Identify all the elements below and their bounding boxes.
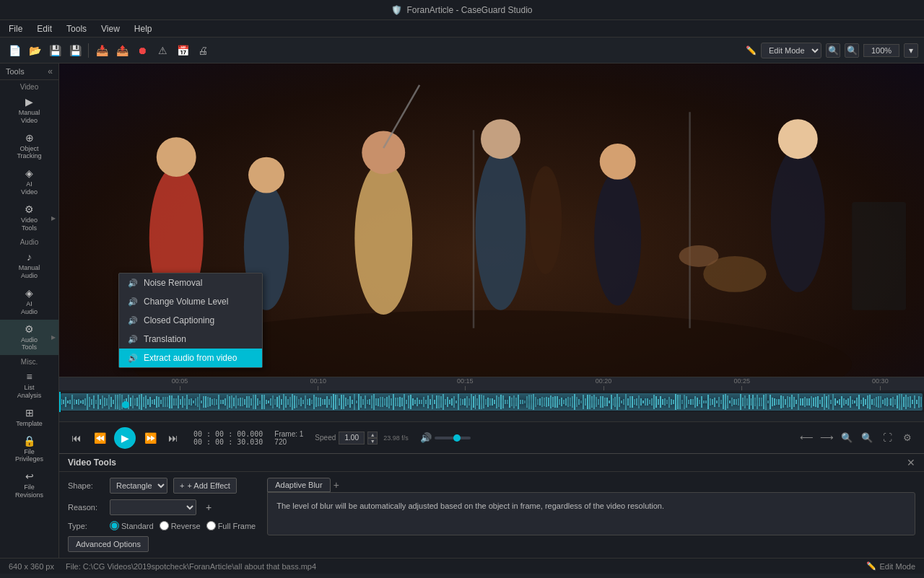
collapse-sidebar-btn[interactable]: « — [48, 66, 53, 76]
zoom-out-btn[interactable]: 🔍 — [826, 43, 840, 58]
sidebar-item-file-revisions[interactable]: ↩ FileRevisions — [0, 467, 58, 503]
advanced-options-btn[interactable]: Advanced Options — [68, 536, 149, 552]
tb-new[interactable]: 📄 — [6, 42, 23, 59]
next-marker-btn[interactable]: ⟶ — [819, 430, 834, 446]
status-mode-icon: ✏️ — [866, 561, 876, 571]
dropdown-item-noise-removal[interactable]: 🔊 Noise Removal — [119, 273, 262, 292]
dropdown-item-translation[interactable]: 🔊 Translation — [119, 330, 262, 349]
menu-bar: File Edit Tools View Help — [0, 20, 924, 38]
timeline-track[interactable] — [59, 392, 924, 412]
mode-select[interactable]: Edit Mode — [761, 43, 821, 58]
fit-timeline-btn[interactable]: ⛶ — [879, 430, 895, 446]
menu-edit[interactable]: Edit — [31, 22, 58, 35]
object-tracking-icon: ⊕ — [25, 132, 34, 144]
shape-select[interactable]: Rectangle Circle Polygon — [110, 478, 167, 494]
tb-import[interactable]: 📥 — [93, 42, 110, 59]
settings-timeline-btn[interactable]: ⚙ — [899, 430, 915, 446]
sidebar-item-template[interactable]: ⊞ Template — [0, 403, 58, 432]
dropdown-item-change-volume[interactable]: 🔊 Change Volume Level — [119, 292, 262, 311]
go-to-start-btn[interactable]: ⏮ — [68, 429, 85, 447]
svg-point-9 — [476, 148, 526, 310]
sidebar-item-list-analysis[interactable]: ≡ ListAnalysis — [0, 367, 58, 403]
dropdown-item-closed-captioning[interactable]: 🔊 Closed Captioning — [119, 311, 262, 330]
status-mode-label: Edit Mode — [879, 562, 915, 571]
zoom-timeline-in-btn[interactable]: 🔍 — [859, 430, 875, 446]
dropdown-item-extract-audio[interactable]: 🔊 Extract audio from video — [119, 349, 262, 367]
sidebar-item-manual-video[interactable]: ▶ ManualVideo — [0, 92, 58, 128]
type-full-frame-radio[interactable] — [206, 521, 216, 530]
ruler-mark-5: 00:05 — [172, 377, 188, 390]
status-left: 640 x 360 px File: C:\CG Videos\2019spot… — [9, 562, 316, 571]
prev-frame-btn[interactable]: ⏪ — [91, 429, 108, 447]
sidebar-item-object-tracking[interactable]: ⊕ ObjectTracking — [0, 128, 58, 165]
file-revisions-icon: ↩ — [25, 470, 34, 482]
sidebar-item-video-tools[interactable]: ⚙ VideoTools ▶ — [0, 200, 58, 236]
ruler-label-10: 00:10 — [310, 377, 326, 385]
sidebar-item-file-privileges[interactable]: 🔒 FilePrivileges — [0, 432, 58, 468]
speed-up-btn[interactable]: ▲ — [367, 432, 378, 438]
edit-icon: ✏️ — [746, 45, 757, 56]
play-btn[interactable]: ▶ — [114, 427, 136, 449]
type-label: Type: — [68, 522, 104, 530]
prev-marker-btn[interactable]: ⟵ — [798, 430, 814, 446]
svg-point-6 — [354, 162, 412, 315]
type-reverse-radio[interactable] — [160, 521, 169, 530]
type-reverse-option[interactable]: Reverse — [160, 521, 201, 530]
speed-input[interactable]: 1.00 — [339, 432, 365, 445]
sidebar-item-manual-audio[interactable]: ♪ ManualAudio — [0, 248, 58, 284]
tb-open[interactable]: 📂 — [26, 42, 43, 59]
svg-point-15 — [778, 119, 818, 159]
volume-slider[interactable] — [435, 437, 471, 439]
video-tools-arrow-icon: ▶ — [51, 214, 56, 221]
svg-rect-20 — [852, 202, 906, 310]
reason-select[interactable] — [110, 499, 196, 515]
sidebar-item-ai-audio[interactable]: ◈ AIAudio — [0, 284, 58, 320]
menu-view[interactable]: View — [95, 22, 126, 35]
transport-right-controls: ⟵ ⟶ 🔍 🔍 ⛶ ⚙ — [798, 430, 915, 446]
toolbar: 📄 📂 💾 💾 📥 📤 ⏺ ⚠ 📅 🖨 ✏️ Edit Mode 🔍 🔍 100… — [0, 38, 924, 64]
menu-help[interactable]: Help — [128, 22, 158, 35]
sidebar-item-ai-video[interactable]: ◈ AIVideo — [0, 164, 58, 200]
menu-tools[interactable]: Tools — [61, 22, 92, 35]
sidebar-item-audio-tools[interactable]: ⚙ AudioTools ▶ — [0, 320, 58, 356]
zoom-dropdown-btn[interactable]: ▾ — [904, 43, 918, 58]
video-area: 🔊 Noise Removal 🔊 Change Volume Level 🔊 … — [59, 64, 924, 377]
type-full-frame-option[interactable]: Full Frame — [206, 521, 256, 530]
type-standard-radio[interactable] — [110, 521, 119, 530]
timeline-area: 00:05 00:10 00:15 00:20 00:25 — [59, 377, 924, 421]
tools-header: Tools « — [0, 64, 58, 80]
tb-record[interactable]: ⏺ — [134, 42, 151, 59]
file-path-label: File: C:\CG Videos\2019spotcheck\ForanAr… — [66, 562, 316, 571]
zoom-in-btn[interactable]: 🔍 — [845, 43, 859, 58]
go-to-end-btn[interactable]: ⏭ — [165, 429, 182, 447]
tb-calendar[interactable]: 📅 — [174, 42, 191, 59]
next-frame-btn[interactable]: ⏩ — [141, 429, 159, 447]
ruler-label-15: 00:15 — [457, 377, 474, 385]
zoom-timeline-out-btn[interactable]: 🔍 — [839, 430, 855, 446]
ruler-label-30: 00:30 — [872, 377, 889, 385]
app-icon: 🛡️ — [391, 5, 402, 15]
adaptive-blur-tab[interactable]: Adaptive Blur — [267, 478, 330, 492]
status-bar: 640 x 360 px File: C:\CG Videos\2019spot… — [0, 558, 924, 574]
vtools-close-btn[interactable]: ✕ — [907, 457, 915, 468]
type-standard-option[interactable]: Standard — [110, 521, 154, 530]
tb-export[interactable]: 📤 — [113, 42, 131, 59]
add-tab-btn[interactable]: + — [334, 479, 339, 491]
add-effect-btn[interactable]: + + Add Effect — [173, 478, 237, 494]
type-full-frame-label: Full Frame — [218, 522, 256, 530]
ruler-mark-15: 00:15 — [457, 377, 474, 390]
zoom-value[interactable]: 100% — [863, 44, 899, 57]
vtools-left: Shape: Rectangle Circle Polygon + + Add … — [68, 478, 256, 552]
tb-print[interactable]: 🖨 — [194, 42, 212, 59]
transport-controls: ⏮ ⏪ ▶ ⏩ ⏭ 00 : 00 : 00.000 00 : 00 : 30.… — [59, 421, 924, 453]
type-reverse-label: Reverse — [171, 522, 201, 530]
total-time: 00 : 00 : 30.030 — [193, 438, 263, 446]
tb-alert[interactable]: ⚠ — [154, 42, 171, 59]
speed-down-btn[interactable]: ▼ — [367, 438, 378, 445]
tb-save[interactable]: 💾 — [46, 42, 64, 59]
ai-audio-icon: ◈ — [25, 287, 33, 299]
tb-save-as[interactable]: 💾 — [66, 42, 84, 59]
reason-add-btn[interactable]: + — [202, 501, 215, 514]
menu-file[interactable]: File — [3, 22, 28, 35]
template-label: Template — [16, 420, 43, 428]
